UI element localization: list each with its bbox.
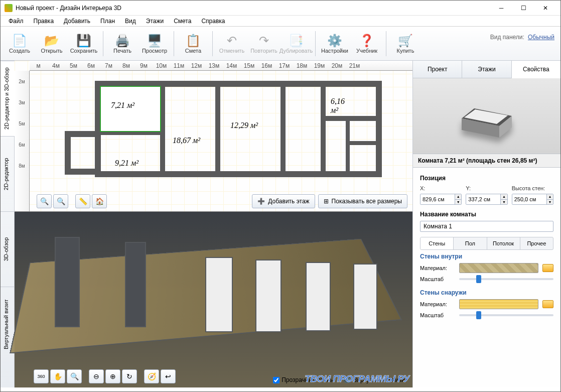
zoom-in-button[interactable]: 🔍 — [53, 194, 68, 208]
toolbar-Печать[interactable]: 🖨️Печать — [106, 29, 138, 59]
toolbar-Сохранить[interactable]: 💾Сохранить — [68, 29, 100, 59]
pan-button[interactable]: ✋ — [50, 369, 65, 383]
menubar: ФайлПравкаДобавитьПланВидЭтажиСметаСправ… — [1, 16, 560, 27]
ruler-vertical: 2м3м5м6м8м — [15, 71, 30, 211]
toolbar-Отменить[interactable]: ↶Отменить — [216, 29, 248, 59]
room-area-2: 6,16 м² — [331, 97, 345, 115]
room-area-4: 18,67 м² — [173, 136, 200, 145]
menu-Справка[interactable]: Справка — [196, 17, 230, 26]
browse-material-inside[interactable] — [542, 264, 553, 272]
menu-Правка[interactable]: Правка — [29, 17, 59, 26]
virtual-visit-button[interactable]: 📹 Виртуальный визит — [343, 376, 407, 383]
plan-tools-right: ➕ Добавить этаж ⊞ Показывать все размеры — [252, 194, 407, 208]
add-floor-icon: ➕ — [257, 198, 265, 205]
position-heading: Позиция — [420, 175, 553, 182]
measure-button[interactable]: 📏 — [75, 194, 90, 208]
app-icon — [5, 4, 13, 12]
walls-outside-heading: Стены снаружи — [420, 289, 553, 296]
dimensions-icon: ⊞ — [324, 198, 329, 205]
subtab-Стены[interactable]: Стены — [420, 237, 454, 249]
toolbar-Открыть[interactable]: 📂Открыть — [36, 29, 68, 59]
tools-3d-left: 360 ✋ 🔍 ⊖ ⊕ ↻ 🧭 ↩ — [34, 369, 176, 383]
window-title: Новый проект - Дизайн Интерьера 3D — [16, 5, 490, 12]
toolbar-Просмотр[interactable]: 🖥️Просмотр — [138, 29, 171, 59]
titlebar: Новый проект - Дизайн Интерьера 3D ─ ☐ ✕ — [1, 1, 560, 16]
toolbar-Учебник[interactable]: ❓Учебник — [351, 29, 383, 59]
wall-height-input[interactable]: ▲▼ — [512, 194, 553, 205]
view-3d[interactable]: 360 ✋ 🔍 ⊖ ⊕ ↻ 🧭 ↩ Прозрачные стены 📹 Вир… — [15, 211, 412, 387]
material-inside-swatch[interactable] — [459, 263, 538, 273]
compass-button[interactable]: 🧭 — [144, 369, 159, 383]
subtab-Потолок[interactable]: Потолок — [487, 237, 520, 249]
room-area-3: 12,29 м² — [230, 121, 258, 130]
x-input[interactable]: ▲▼ — [420, 194, 462, 205]
show-dimensions-button[interactable]: ⊞ Показывать все размеры — [318, 194, 407, 208]
ruler-horizontal: м4м5м6м7м8м9м10м11м12м13м14м15м16м17м18м… — [30, 61, 412, 71]
menu-План[interactable]: План — [95, 17, 120, 26]
plan-tools-left: 🔍 🔍 📏 🏠 — [37, 194, 107, 208]
menu-Смета[interactable]: Смета — [169, 17, 196, 26]
home-button[interactable]: 🏠 — [92, 194, 107, 208]
menu-Этажи[interactable]: Этажи — [141, 17, 169, 26]
room-preview — [413, 78, 560, 154]
toolbar-Создать[interactable]: 📄Создать — [4, 29, 36, 59]
menu-Вид[interactable]: Вид — [120, 17, 141, 26]
walls-inside-heading: Стены внутри — [420, 253, 553, 260]
room-name-heading: Название комнаты — [420, 211, 553, 218]
camera-icon: 📹 — [343, 376, 351, 383]
subtab-Пол[interactable]: Пол — [454, 237, 487, 249]
browse-material-outside[interactable] — [542, 300, 553, 308]
rotate-360-button[interactable]: 360 — [34, 369, 49, 383]
plan-view-2d[interactable]: м4м5м6м7м8м9м10м11м12м13м14м15м16м17м18м… — [15, 61, 412, 211]
side-tab-2[interactable]: 3D-обзор — [1, 211, 14, 287]
maximize-button[interactable]: ☐ — [512, 1, 534, 15]
scale-inside-slider[interactable] — [459, 278, 553, 280]
tab-Проект[interactable]: Проект — [413, 61, 462, 78]
floorplan[interactable]: 7,21 м² 6,16 м² 12,29 м² 18,67 м² 9,21 м… — [65, 81, 336, 199]
properties-panel: ПроектЭтажиСвойства Комната 7,21 м² (пло… — [412, 61, 560, 387]
zoom-out-3d-button[interactable]: ⊖ — [89, 369, 104, 383]
material-subtabs: СтеныПолПотолокПрочее — [420, 237, 553, 250]
center-area: м4м5м6м7м8м9м10м11м12м13м14м15м16м17м18м… — [15, 61, 412, 387]
material-outside-swatch[interactable] — [459, 299, 538, 309]
toolbar-Купить[interactable]: 🛒Купить — [389, 29, 422, 59]
zoom-3d-button[interactable]: 🔍 — [67, 369, 82, 383]
close-button[interactable]: ✕ — [534, 1, 556, 15]
transparent-walls-checkbox[interactable]: Прозрачные стены — [273, 376, 334, 383]
tab-Свойства[interactable]: Свойства — [512, 61, 560, 78]
menu-Добавить[interactable]: Добавить — [59, 17, 95, 26]
side-tab-0[interactable]: 2D-редактор и 3D-обзор — [1, 61, 15, 136]
room-title-bar: Комната 7,21 м² (площадь стен 26,85 м²) — [413, 154, 560, 168]
panel-mode-link[interactable]: Обычный — [528, 34, 554, 41]
subtab-Прочее[interactable]: Прочее — [520, 237, 553, 249]
scale-outside-slider[interactable] — [459, 314, 553, 316]
tab-Этажи[interactable]: Этажи — [462, 61, 511, 78]
toolbar-Дублировать[interactable]: 📑Дублировать — [280, 29, 312, 59]
reset-view-button[interactable]: ↻ — [122, 369, 137, 383]
toolbar: 📄Создать📂Открыть💾Сохранить🖨️Печать🖥️Прос… — [1, 27, 560, 61]
zoom-out-button[interactable]: 🔍 — [37, 194, 52, 208]
zoom-in-3d-button[interactable]: ⊕ — [105, 369, 120, 383]
toolbar-Смета[interactable]: 📋Смета — [177, 29, 209, 59]
toolbar-Повторить[interactable]: ↷Повторить — [248, 29, 280, 59]
room-area-5: 9,21 м² — [115, 159, 138, 168]
undo-3d-button[interactable]: ↩ — [161, 369, 176, 383]
room-area-1: 7,21 м² — [111, 101, 134, 110]
panel-mode: Вид панели: Обычный — [490, 34, 554, 41]
add-floor-button[interactable]: ➕ Добавить этаж — [252, 194, 315, 208]
side-tab-1[interactable]: 2D-редактор — [1, 136, 14, 211]
y-input[interactable]: ▲▼ — [466, 194, 507, 205]
room-name-input[interactable] — [420, 221, 553, 232]
tools-3d-right: Прозрачные стены 📹 Виртуальный визит — [273, 376, 407, 383]
menu-Файл[interactable]: Файл — [4, 17, 29, 26]
toolbar-Настройки[interactable]: ⚙️Настройки — [319, 29, 351, 59]
minimize-button[interactable]: ─ — [490, 1, 512, 15]
right-tabs: ПроектЭтажиСвойства — [413, 61, 560, 78]
